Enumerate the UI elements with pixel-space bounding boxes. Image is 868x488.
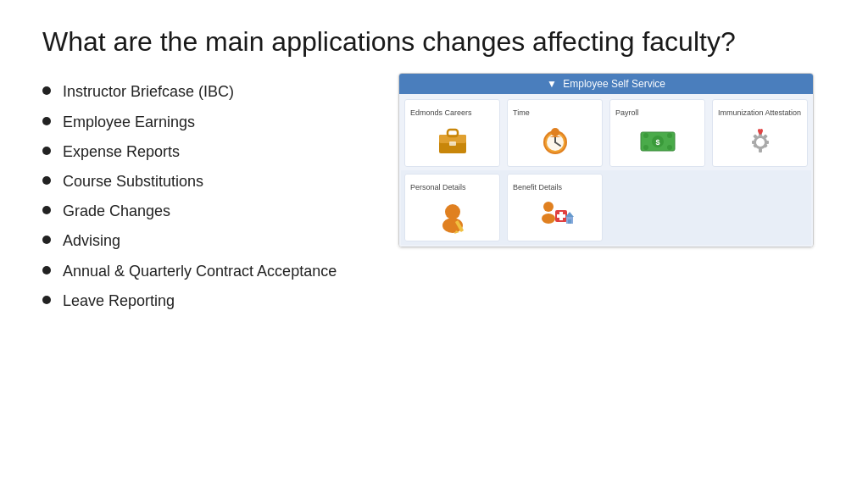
ess-tile-personal[interactable]: Personal Details xyxy=(404,174,500,241)
bullet-text: Grade Changes xyxy=(63,201,364,222)
ess-tile-payroll-label: Payroll xyxy=(615,108,639,117)
svg-rect-21 xyxy=(759,148,762,152)
ess-tile-careers-label: Edmonds Careers xyxy=(410,108,472,117)
svg-rect-3 xyxy=(449,141,456,146)
bullet-dot xyxy=(42,176,51,185)
bullet-dot xyxy=(42,86,51,95)
careers-icon xyxy=(434,122,471,159)
attestation-icon xyxy=(742,122,779,159)
list-item: Expense Reports xyxy=(42,141,364,163)
bullet-dot xyxy=(42,296,51,304)
ess-tile-time[interactable]: Time xyxy=(507,99,603,167)
ess-tile-careers[interactable]: Edmonds Careers xyxy=(404,99,500,167)
ess-widget: ▼ Employee Self Service Edmonds Careers xyxy=(398,73,814,247)
ess-tile-personal-label: Personal Details xyxy=(410,183,466,191)
svg-rect-2 xyxy=(448,130,458,136)
content-area: Instructor Briefcase (IBC) Employee Earn… xyxy=(42,81,826,320)
ess-tile-immunization-label: Immunization Attestation xyxy=(718,108,801,117)
bullet-text: Course Substitutions xyxy=(63,171,364,192)
bullet-list: Instructor Briefcase (IBC) Employee Earn… xyxy=(42,81,364,320)
ess-tile-empty-2 xyxy=(712,174,808,241)
bullet-text: Employee Earnings xyxy=(63,112,364,133)
slide-title: What are the main applications changes a… xyxy=(42,25,826,58)
ess-tile-immunization[interactable]: Immunization Attestation xyxy=(712,99,808,167)
bullet-text: Annual & Quarterly Contract Acceptance xyxy=(63,261,364,282)
bullet-text: Instructor Briefcase (IBC) xyxy=(63,81,364,103)
list-item: Employee Earnings xyxy=(42,112,364,133)
bullet-dot xyxy=(42,206,51,214)
svg-point-16 xyxy=(643,145,648,150)
ess-tile-benefit-label: Benefit Details xyxy=(513,183,562,191)
ess-tile-empty-1 xyxy=(609,174,705,241)
ess-tile-payroll[interactable]: Payroll $ xyxy=(609,99,705,167)
payroll-icon: $ xyxy=(639,122,676,159)
svg-rect-39 xyxy=(568,219,571,224)
svg-rect-22 xyxy=(752,141,756,144)
svg-point-17 xyxy=(667,145,672,150)
personal-icon xyxy=(434,197,471,234)
bullet-text: Leave Reporting xyxy=(63,291,364,312)
bullet-dot xyxy=(42,236,51,244)
svg-text:$: $ xyxy=(655,138,659,147)
ess-header-label: Employee Self Service xyxy=(563,78,665,90)
ess-header: ▼ Employee Self Service xyxy=(399,74,813,94)
benefit-icon xyxy=(537,197,574,234)
list-item: Annual & Quarterly Contract Acceptance xyxy=(42,261,364,282)
bullet-dot xyxy=(42,117,51,125)
svg-rect-36 xyxy=(557,214,565,218)
bullet-text: Expense Reports xyxy=(63,141,364,163)
list-item: Course Substitutions xyxy=(42,171,364,192)
ess-tile-benefit[interactable]: Benefit Details xyxy=(507,174,603,241)
svg-point-29 xyxy=(445,204,460,219)
list-item: Leave Reporting xyxy=(42,291,364,312)
slide: What are the main applications changes a… xyxy=(0,0,868,488)
bullet-dot xyxy=(42,147,51,155)
ess-header-arrow-icon: ▼ xyxy=(547,78,557,90)
svg-rect-23 xyxy=(765,141,769,144)
svg-point-9 xyxy=(551,128,559,136)
svg-point-19 xyxy=(756,138,765,147)
list-item: Grade Changes xyxy=(42,201,364,222)
list-item: Instructor Briefcase (IBC) xyxy=(42,81,364,103)
svg-point-32 xyxy=(543,202,554,212)
svg-point-33 xyxy=(542,214,555,224)
bullet-text: Advising xyxy=(63,230,364,252)
svg-point-15 xyxy=(667,133,672,138)
ess-tile-time-label: Time xyxy=(513,108,530,117)
svg-point-14 xyxy=(643,133,648,138)
bullet-dot xyxy=(42,266,51,274)
list-item: Advising xyxy=(42,230,364,252)
time-icon xyxy=(537,122,574,159)
